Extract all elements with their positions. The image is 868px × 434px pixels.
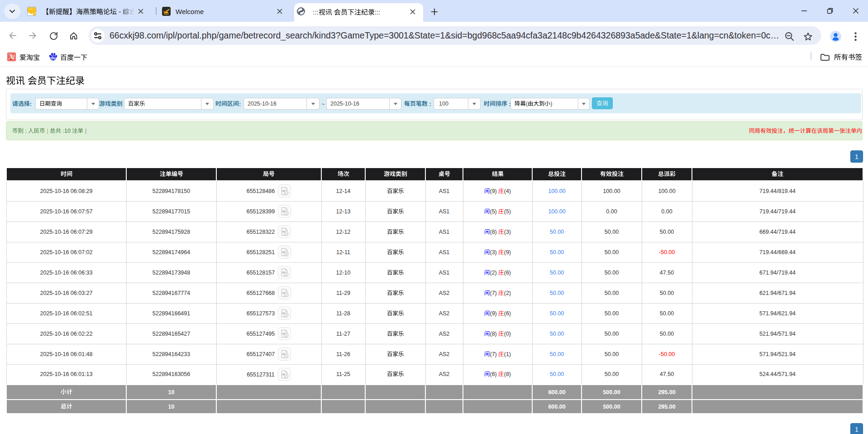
svg-text:du: du: [51, 56, 55, 60]
